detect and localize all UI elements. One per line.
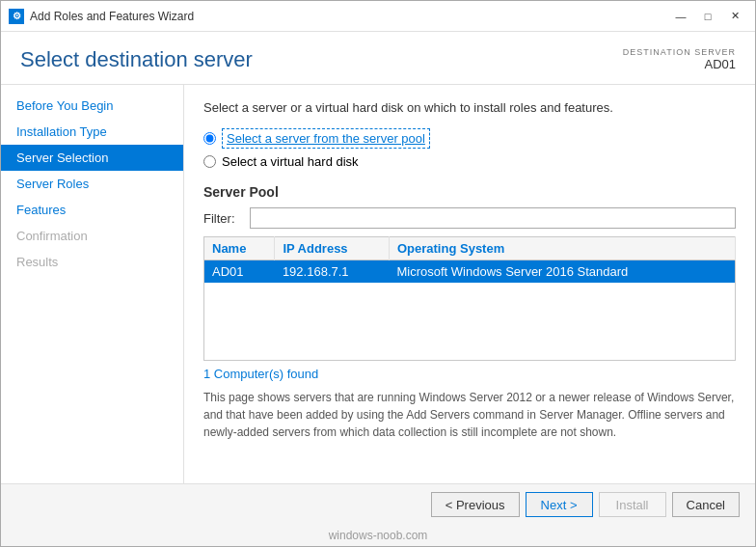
filter-label: Filter: <box>203 211 242 226</box>
destination-server-name: AD01 <box>623 57 736 71</box>
radio-virtual-disk-label: Select a virtual hard disk <box>222 154 359 169</box>
cell-ip: 192.168.7.1 <box>275 260 390 284</box>
watermark: windows-noob.com <box>1 525 755 546</box>
sidebar-item-server-roles[interactable]: Server Roles <box>1 171 183 197</box>
destination-server-info: DESTINATION SERVER AD01 <box>623 47 736 71</box>
close-button[interactable]: ✕ <box>722 7 747 26</box>
cell-os: Microsoft Windows Server 2016 Standard <box>389 260 735 284</box>
sidebar: Before You Begin Installation Type Serve… <box>1 85 184 483</box>
install-button[interactable]: Install <box>599 492 666 517</box>
description-text: This page shows servers that are running… <box>203 389 736 441</box>
app-icon: ⚙ <box>9 9 24 24</box>
table-row[interactable]: AD01 192.168.7.1 Microsoft Windows Serve… <box>204 260 736 284</box>
count-text: 1 Computer(s) found <box>203 367 736 381</box>
main-layout: Before You Begin Installation Type Serve… <box>1 85 755 483</box>
table-header-row: Name IP Address Operating System <box>204 237 736 260</box>
content-area: Select destination server DESTINATION SE… <box>1 32 755 483</box>
window-title: Add Roles and Features Wizard <box>30 10 668 23</box>
radio-virtual-disk-option[interactable]: Select a virtual hard disk <box>203 154 736 169</box>
empty-row-2 <box>204 302 736 321</box>
empty-row-4 <box>204 341 736 360</box>
empty-row-3 <box>204 321 736 341</box>
table-body: AD01 192.168.7.1 Microsoft Windows Serve… <box>204 260 736 361</box>
radio-group: Select a server from the server pool Sel… <box>203 128 736 169</box>
server-table: Name IP Address Operating System AD01 19… <box>203 236 736 361</box>
main-content: Select a server or a virtual hard disk o… <box>184 85 755 483</box>
filter-input[interactable] <box>250 207 736 229</box>
server-pool-section: Server Pool Filter: Name IP Address Oper… <box>203 184 736 441</box>
cell-name: AD01 <box>204 260 275 284</box>
radio-virtual-disk-input[interactable] <box>203 155 216 168</box>
server-pool-title: Server Pool <box>203 184 736 200</box>
radio-server-pool-option[interactable]: Select a server from the server pool <box>203 128 736 149</box>
title-bar: ⚙ Add Roles and Features Wizard — □ ✕ <box>1 1 755 32</box>
page-title: Select destination server <box>20 47 253 72</box>
table-header: Name IP Address Operating System <box>204 237 736 260</box>
sidebar-item-server-selection[interactable]: Server Selection <box>1 145 183 171</box>
footer: < Previous Next > Install Cancel <box>1 483 755 525</box>
minimize-button[interactable]: — <box>668 7 693 26</box>
sidebar-item-before-you-begin[interactable]: Before You Begin <box>1 93 183 119</box>
sidebar-item-features[interactable]: Features <box>1 197 183 223</box>
column-os: Operating System <box>389 237 735 260</box>
destination-server-label: DESTINATION SERVER <box>623 47 736 57</box>
column-name: Name <box>204 237 275 260</box>
filter-row: Filter: <box>203 207 736 229</box>
page-header: Select destination server DESTINATION SE… <box>1 32 755 85</box>
next-button[interactable]: Next > <box>526 492 593 517</box>
radio-server-pool-input[interactable] <box>203 132 216 145</box>
radio-server-pool-label: Select a server from the server pool <box>222 128 430 149</box>
empty-row-1 <box>204 283 736 302</box>
maximize-button[interactable]: □ <box>695 7 720 26</box>
sidebar-item-installation-type[interactable]: Installation Type <box>1 119 183 145</box>
window-controls: — □ ✕ <box>668 7 747 26</box>
sidebar-item-results: Results <box>1 249 183 275</box>
instruction-text: Select a server or a virtual hard disk o… <box>203 100 736 115</box>
column-ip: IP Address <box>275 237 390 260</box>
wizard-window: ⚙ Add Roles and Features Wizard — □ ✕ Se… <box>0 0 756 547</box>
sidebar-item-confirmation: Confirmation <box>1 223 183 249</box>
previous-button[interactable]: < Previous <box>431 492 520 517</box>
cancel-button[interactable]: Cancel <box>672 492 740 517</box>
